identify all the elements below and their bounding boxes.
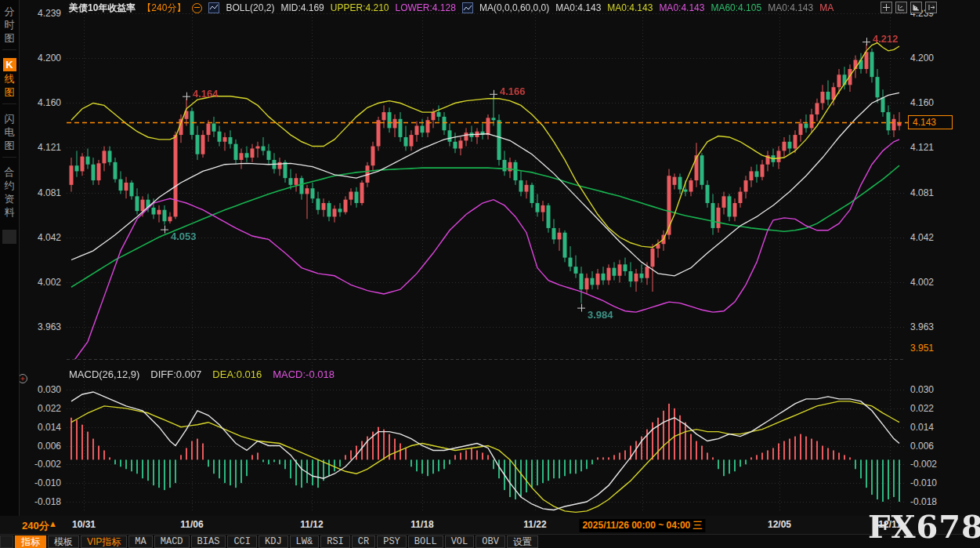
x-axis-label: 11/18: [410, 519, 433, 530]
sidebar: 分时图 K线图 闪电图 合约资料: [0, 0, 20, 516]
axis-tick-label: -0.018: [34, 496, 61, 507]
axis-tick-label: 4.200: [38, 53, 61, 64]
x-axis-label: 11/22: [523, 519, 546, 530]
axis-tick-label: 0.006: [38, 441, 61, 452]
sidebar-scroll-thumb[interactable]: [2, 230, 16, 244]
tab-psy[interactable]: PSY: [377, 535, 407, 548]
tab-vol[interactable]: VOL: [445, 535, 475, 548]
tab-indicator[interactable]: 指标: [15, 535, 46, 548]
axis-tick-label: 4.200: [910, 53, 934, 64]
macd-params: MACD(26,12,9): [69, 368, 139, 380]
tab-boll[interactable]: BOLL: [408, 535, 443, 548]
kline-active-marker: K: [3, 58, 16, 71]
boll-indicator-icon[interactable]: [208, 2, 219, 13]
macd-diff-value: DIFF:0.007: [150, 368, 201, 380]
axis-tick-label: 4.121: [910, 142, 934, 153]
sidebar-item-kline-chart[interactable]: K线图: [0, 58, 19, 99]
axis-tick-label: 4.081: [38, 187, 61, 198]
axis-tick-label: 3.963: [38, 321, 61, 332]
boll-lower-value: LOWER:4.128: [396, 2, 456, 13]
axis-tick-label: 0.006: [910, 441, 934, 452]
tab-bias[interactable]: BIAS: [191, 535, 226, 548]
axis-tick-label: 0.030: [38, 384, 61, 395]
sidebar-divider: [2, 49, 16, 50]
axis-tick-label: 4.160: [38, 97, 61, 108]
tab-obv[interactable]: OBV: [476, 535, 505, 548]
axis-tick-label: 4.002: [910, 277, 934, 288]
crosshair-icon[interactable]: [881, 2, 892, 13]
sidebar-item-time-chart[interactable]: 分时图: [0, 5, 19, 45]
kline-label-tail: 线图: [5, 73, 15, 98]
x-axis-label: 11/06: [180, 519, 203, 530]
axis-tick-label: 4.042: [38, 232, 61, 243]
ma-value-1: MA0:4.143: [607, 2, 653, 13]
timeframe-badge[interactable]: 【240分】: [142, 2, 186, 15]
boll-mid-value: MID:4.169: [280, 2, 324, 13]
axis-tick-label: 4.121: [38, 142, 61, 153]
ma-indicator-icon[interactable]: [462, 2, 473, 13]
axis-tick-label: 3.963: [910, 321, 934, 332]
boll-upper-value: UPPER:4.210: [331, 2, 389, 13]
tab-template[interactable]: 模板: [48, 535, 79, 548]
x-axis-label: 10/31: [72, 519, 96, 530]
axis-tick-label: 0.022: [38, 403, 61, 414]
sidebar-item-lightning-chart[interactable]: 闪电图: [0, 112, 19, 152]
corner-button[interactable]: [0, 535, 13, 548]
axis-tick-label: 0.014: [910, 422, 934, 433]
range-low-badge: 3.951: [910, 343, 934, 354]
axis-tick-label: -0.010: [34, 477, 61, 488]
axis-tick-label: -0.002: [34, 459, 61, 470]
axis-tick-label: 4.002: [38, 277, 61, 288]
last-price-badge: 4.143: [908, 115, 953, 129]
macd-label-row: MACD(26,12,9) DIFF:0.007 DEA:0.016 MACD:…: [69, 368, 335, 380]
tab-settings[interactable]: 设置: [507, 535, 538, 548]
watermark: FX678: [868, 508, 980, 545]
axis-tick-label: -0.018: [910, 496, 937, 507]
axis-tick-label: 0.022: [910, 403, 934, 414]
timeframe-selector[interactable]: 240分: [22, 519, 49, 533]
chart-toolbar: [881, 2, 937, 13]
candlestick-chart-canvas[interactable]: [67, 0, 909, 516]
ma-value-5: MA: [819, 2, 834, 13]
ma-value-0: MA0:4.143: [555, 2, 601, 13]
ma-value-3: MA60:4.105: [711, 2, 761, 13]
axis-tick-label: 4.081: [910, 187, 934, 198]
axis-tick-label: 4.042: [910, 232, 934, 243]
axis-tick-label: 4.160: [910, 97, 934, 108]
trading-terminal: 分时图 K线图 闪电图 合约资料 美债10年收益率 【240分】 BOLL(20…: [0, 0, 980, 548]
tab-vip-indicator[interactable]: VIP指标: [81, 535, 127, 548]
ma-value-4: MA0:4.143: [768, 2, 813, 13]
boll-params: BOLL(20,2): [226, 2, 274, 13]
tab-ma[interactable]: MA: [128, 535, 152, 548]
pane-forward-icon[interactable]: [910, 2, 922, 13]
zoom-out-icon[interactable]: [192, 3, 202, 13]
ma-params: MA(0,0,0,60,0,0): [479, 2, 549, 13]
tab-cr[interactable]: CR: [352, 535, 375, 548]
x-axis-label: 11/12: [300, 519, 323, 530]
timeframe-arrow-icon[interactable]: ▲: [49, 519, 57, 528]
tab-lw[interactable]: LW&: [290, 535, 320, 548]
sidebar-item-contract-info[interactable]: 合约资料: [0, 165, 19, 219]
x-axis-row: 240分 ▲ 10/3111/0611/1211/1811/222025/11/…: [0, 516, 980, 534]
ma-value-2: MA0:4.143: [659, 2, 704, 13]
x-axis-label: 12/05: [768, 519, 791, 530]
pane-backward-icon[interactable]: [895, 2, 907, 13]
tab-macd[interactable]: MACD: [154, 535, 190, 548]
axis-tick-label: 0.014: [38, 422, 61, 433]
tab-rsi[interactable]: RSI: [320, 535, 350, 548]
chart-header: 美债10年收益率 【240分】 BOLL(20,2) MID:4.169 UPP…: [69, 2, 834, 14]
instrument-title: 美债10年收益率: [69, 2, 136, 15]
axis-tick-label: 0.030: [910, 384, 934, 395]
right-price-axis: 4.2394.2004.1604.1214.0814.0424.0023.963…: [909, 0, 980, 516]
exit-icon[interactable]: [925, 2, 937, 13]
sidebar-divider: [2, 103, 16, 104]
macd-dea-value: DEA:0.016: [212, 368, 262, 380]
axis-tick-label: -0.010: [910, 477, 937, 488]
axis-tick-label: 4.239: [38, 8, 61, 19]
hovered-bar-time-label: 2025/11/26 00:00 ~ 04:00 三: [579, 519, 705, 532]
indicator-tab-bar: 指标 模板 VIP指标 MA MACD BIAS CCI KDJ LW& RSI…: [0, 534, 980, 548]
tab-kdj[interactable]: KDJ: [259, 535, 288, 548]
macd-value: MACD:-0.018: [273, 368, 335, 380]
tab-cci[interactable]: CCI: [227, 535, 257, 548]
axis-tick-label: -0.002: [910, 459, 937, 470]
